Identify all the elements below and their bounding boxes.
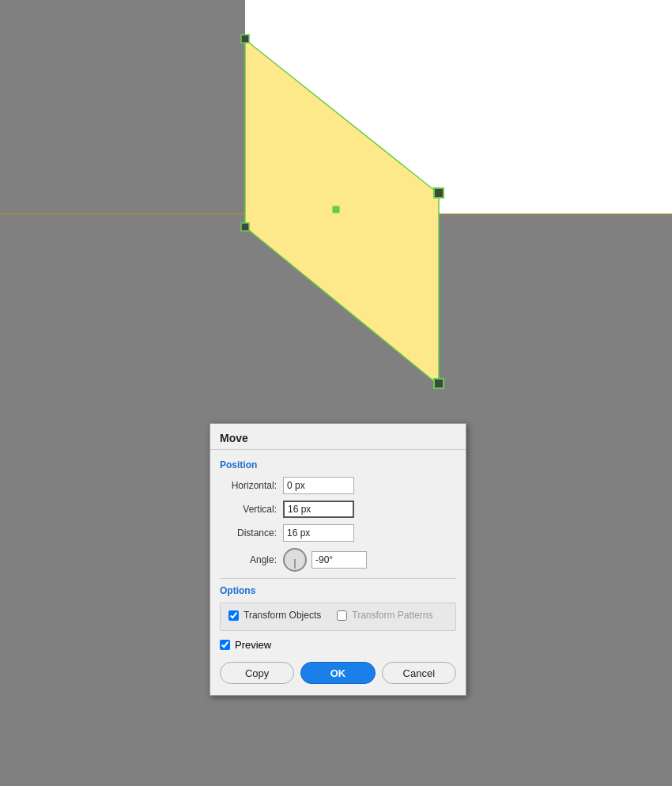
options-row: Transform Objects Transform Patterns xyxy=(228,610,447,624)
move-dialog: Move Position Horizontal: Vertical: Dist… xyxy=(210,423,466,696)
copy-button[interactable]: Copy xyxy=(220,662,294,684)
horizontal-input[interactable] xyxy=(283,477,354,494)
preview-checkbox[interactable] xyxy=(220,640,230,650)
anchor-left-mid[interactable] xyxy=(241,223,249,231)
angle-input[interactable] xyxy=(311,551,367,569)
preview-label: Preview xyxy=(235,639,271,651)
ok-button[interactable]: OK xyxy=(300,662,375,684)
anchor-bottom-right[interactable] xyxy=(434,379,444,388)
transform-patterns-checkbox[interactable] xyxy=(337,610,347,621)
angle-dial[interactable] xyxy=(283,548,307,572)
options-section: Options Transform Objects Transform Patt… xyxy=(220,585,456,631)
options-label: Options xyxy=(220,585,456,596)
angle-dial-line xyxy=(295,559,296,569)
button-row: Copy OK Cancel xyxy=(220,662,456,684)
vertical-input[interactable] xyxy=(283,501,354,518)
cancel-button[interactable]: Cancel xyxy=(382,662,456,684)
distance-input[interactable] xyxy=(283,524,354,542)
horizontal-row: Horizontal: xyxy=(220,477,456,494)
distance-label: Distance: xyxy=(220,527,283,538)
transform-objects-label: Transform Objects xyxy=(244,610,321,621)
distance-row: Distance: xyxy=(220,524,456,542)
horizontal-label: Horizontal: xyxy=(220,480,283,491)
transform-objects-row: Transform Objects xyxy=(228,610,321,621)
document-white-area xyxy=(245,0,672,214)
transform-objects-checkbox[interactable] xyxy=(228,610,239,621)
dialog-title: Move xyxy=(220,432,248,444)
transform-patterns-label: Transform Patterns xyxy=(352,610,432,621)
angle-row: Angle: xyxy=(220,548,456,572)
guide-line-horizontal xyxy=(0,214,672,214)
divider-1 xyxy=(220,578,456,579)
preview-row: Preview xyxy=(220,639,456,651)
transform-patterns-row: Transform Patterns xyxy=(337,610,432,621)
dialog-titlebar: Move xyxy=(210,424,466,450)
options-inner: Transform Objects Transform Patterns xyxy=(220,603,456,631)
vertical-label: Vertical: xyxy=(220,504,283,515)
dialog-body: Position Horizontal: Vertical: Distance:… xyxy=(210,450,466,695)
angle-label: Angle: xyxy=(220,554,283,565)
vertical-row: Vertical: xyxy=(220,501,456,518)
canvas-area xyxy=(0,0,672,419)
position-section-label: Position xyxy=(220,459,456,470)
